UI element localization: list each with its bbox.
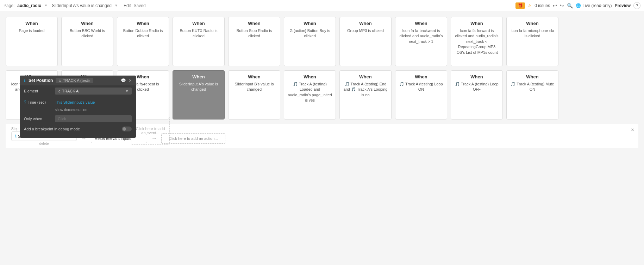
workflow-card-c2[interactable]: WhenButton BBC World is clicked: [61, 17, 113, 66]
panel-title: Set Position: [29, 78, 53, 83]
breakpoint-label: Add a breakpoint in debug mode: [24, 127, 119, 131]
page-name[interactable]: audio_radio: [17, 3, 41, 8]
when-label: When: [192, 21, 205, 26]
workflow-card-c4[interactable]: WhenButton KUTX Radio is clicked: [173, 17, 225, 66]
page-chevron: ▼: [44, 4, 48, 7]
workflow-card-c8[interactable]: WhenIcon fa fa-backward is clicked and a…: [395, 17, 447, 66]
page-label: Page:: [4, 3, 14, 8]
only-when-label: Only when: [24, 117, 52, 121]
card-desc: Page is loaded: [19, 28, 45, 33]
workflow-card-c5[interactable]: WhenButton Stop Radio is clicked: [228, 17, 280, 66]
time-info-icon[interactable]: ?: [24, 100, 26, 105]
when-label: When: [526, 21, 538, 26]
topbar: Page: audio_radio ▼ SliderInput A's valu…: [0, 0, 644, 11]
card-desc: Button Stop Radio is clicked: [232, 28, 276, 39]
only-when-value[interactable]: Click: [55, 115, 132, 122]
add-event-box[interactable]: Click here to add an event...: [131, 117, 170, 145]
element-chevron: ▼: [125, 89, 129, 93]
workflow-card-c9[interactable]: WhenIcon fa fa-forward is clicked and au…: [451, 17, 503, 66]
when-label: When: [415, 21, 427, 26]
card-desc: Button KUTX Radio is clicked: [176, 28, 221, 39]
when-label: When: [415, 74, 427, 79]
step-1-delete[interactable]: delete: [11, 142, 77, 146]
when-label: When: [137, 21, 149, 26]
workflow-card-c6[interactable]: WhenG [action] Button Buy is clicked: [284, 17, 336, 66]
undo-button[interactable]: ↩: [553, 3, 557, 8]
workflow-card-c19[interactable]: When🎵 Track A (testing) Loop OFF: [451, 70, 503, 119]
element-row: Element ♫ TRACK A ▼: [20, 85, 136, 97]
workflow-card-c15[interactable]: WhenSliderInput B's value is changed: [228, 70, 280, 119]
add-action-button[interactable]: Click here to add an action...: [161, 133, 225, 144]
card-desc: Icon fa fa-microphone-sla is clicked: [510, 28, 555, 39]
element-value: TRACK A: [62, 89, 79, 93]
panel-close-button[interactable]: ×: [129, 78, 132, 83]
workflow-card-c10[interactable]: WhenIcon fa fa-microphone-sla is clicked: [506, 17, 558, 66]
live-label: 🌐 Live (read-only): [576, 3, 612, 8]
workflow-card-c20[interactable]: When🎵 Track A (testing) Mute ON: [506, 70, 558, 119]
main-area: WhenPage is loadedWhenButton BBC World i…: [0, 11, 644, 265]
time-value[interactable]: This SliderInput's value: [55, 99, 95, 106]
redo-button[interactable]: ↪: [560, 3, 564, 8]
time-row: ? Time (sec) This SliderInput's value: [20, 97, 136, 108]
card-desc: 🎵 Track A (testing) End and 🎵 Track A's …: [343, 82, 388, 98]
live-text: Live (read-only): [582, 3, 612, 8]
workflow-card-c17[interactable]: When🎵 Track A (testing) End and 🎵 Track …: [339, 70, 392, 119]
element-selector[interactable]: ♫ TRACK A ▼: [55, 88, 132, 95]
when-label: When: [192, 74, 205, 79]
card-desc: 🎵 Track A (testing) Loop ON: [399, 82, 443, 92]
breakpoint-toggle[interactable]: [122, 127, 132, 131]
workflow-card-c14[interactable]: WhenSliderInput A's value is changed: [173, 70, 225, 119]
show-doc-link[interactable]: show documentation: [20, 108, 136, 113]
when-label: When: [137, 74, 149, 79]
edit-button[interactable]: Edit: [124, 3, 131, 8]
comment-icon[interactable]: 💬: [121, 78, 126, 83]
workflow-card-c3[interactable]: WhenButton Dublab Radio is clicked: [117, 17, 169, 66]
help-button[interactable]: ?: [633, 2, 640, 9]
issues-count[interactable]: 0 issues: [534, 3, 550, 8]
event-chevron: ▼: [114, 4, 118, 7]
gift-button[interactable]: 🎁: [515, 2, 525, 9]
step-info-icon: ℹ: [15, 134, 17, 138]
card-desc: SliderInput A's value is changed: [176, 82, 221, 92]
card-desc: Icon fa fa-forward is clicked and audio_…: [455, 28, 499, 55]
breakpoint-row: Add a breakpoint in debug mode: [20, 124, 136, 134]
search-button[interactable]: 🔍: [567, 3, 573, 8]
when-label: When: [470, 74, 483, 79]
steps-close-button[interactable]: ×: [631, 127, 634, 133]
workflow-card-c1[interactable]: WhenPage is loaded: [6, 17, 58, 66]
when-label: When: [526, 74, 538, 79]
card-desc: Group MP3 is clicked: [347, 28, 384, 33]
card-desc: 🎵 Track A (testing) Mute ON: [510, 82, 555, 92]
workflow-canvas: WhenPage is loadedWhenButton BBC World i…: [0, 11, 644, 265]
event-name-label: SliderInput A's value is changed: [52, 3, 112, 8]
saved-label: Saved: [134, 3, 146, 8]
track-badge-name: TRACK A (testir: [63, 78, 90, 83]
only-when-row: Only when Click: [20, 113, 136, 124]
panel-info-icon: ℹ: [24, 78, 26, 83]
workflow-row-1: WhenPage is loadedWhenButton BBC World i…: [6, 17, 638, 66]
when-label: When: [304, 74, 316, 79]
track-badge: ♫ TRACK A (testir: [56, 78, 93, 83]
time-label: Time (sec): [28, 100, 46, 104]
panel-header: ℹ Set Position ♫ TRACK A (testir 💬 ×: [20, 76, 136, 85]
card-desc: SliderInput B's value is changed: [232, 82, 276, 92]
card-desc: Button Dublab Radio is clicked: [121, 28, 165, 39]
card-desc: Icon fa fa-backward is clicked and audio…: [399, 28, 443, 44]
warning-icon: ⚠: [528, 3, 532, 8]
workflow-card-c16[interactable]: When🎵 Track A (testing) Loaded and audio…: [284, 70, 336, 119]
when-label: When: [304, 21, 316, 26]
when-label: When: [248, 21, 260, 26]
action-panel: ℹ Set Position ♫ TRACK A (testir 💬 × Ele…: [20, 76, 136, 138]
when-label: When: [359, 74, 371, 79]
when-label: When: [359, 21, 371, 26]
preview-button[interactable]: Preview: [615, 3, 631, 8]
element-label: Element: [24, 89, 52, 93]
card-desc: 🎵 Track A (testing) Loop OFF: [455, 82, 499, 92]
workflow-card-c7[interactable]: WhenGroup MP3 is clicked: [339, 17, 392, 66]
workflow-card-c18[interactable]: When🎵 Track A (testing) Loop ON: [395, 70, 447, 119]
element-music-icon: ♫: [58, 89, 61, 93]
track-music-icon: ♫: [58, 78, 61, 83]
when-label: When: [81, 21, 93, 26]
when-label: When: [248, 74, 260, 79]
card-desc: 🎵 Track A (testing) Loaded and audio_rad…: [288, 82, 332, 103]
